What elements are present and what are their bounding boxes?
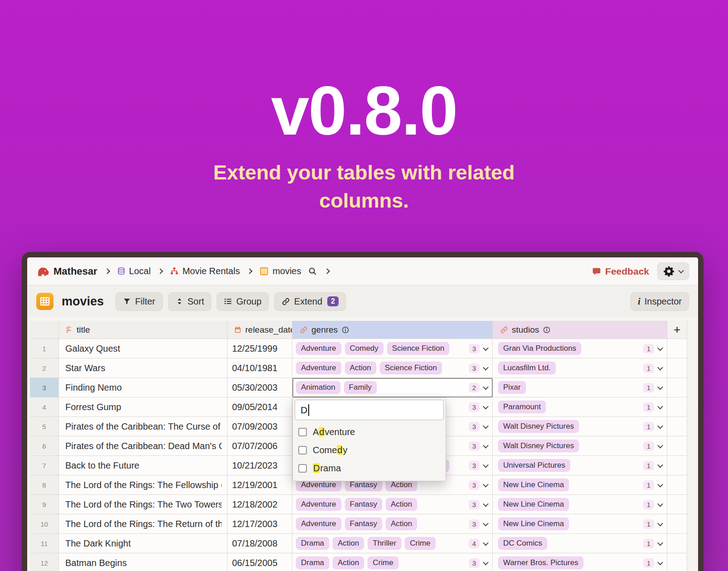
chevron-down-icon[interactable] — [483, 442, 489, 448]
extend-button[interactable]: Extend 2 — [274, 292, 346, 311]
title-cell[interactable]: Back to the Future — [59, 456, 228, 475]
row-number-cell[interactable]: 1 — [30, 339, 59, 358]
studios-cell[interactable]: Universal Pictures1 — [493, 456, 667, 475]
chevron-down-icon[interactable] — [657, 442, 663, 448]
chevron-down-icon[interactable] — [483, 423, 489, 429]
genres-cell[interactable]: AdventureFantasyAction3 — [292, 495, 493, 514]
title-cell[interactable]: The Lord of the Rings: The Return of the… — [59, 514, 228, 534]
info-icon[interactable] — [341, 326, 349, 334]
column-header-studios[interactable]: studios — [493, 321, 667, 339]
studios-cell[interactable]: DC Comics1 — [493, 534, 667, 553]
settings-button[interactable] — [657, 262, 689, 280]
sort-button[interactable]: Sort — [168, 292, 212, 311]
search-icon[interactable] — [308, 266, 317, 276]
release-date-cell[interactable]: 04/10/1981 — [228, 358, 292, 378]
info-icon[interactable] — [543, 326, 551, 334]
row-number-cell[interactable]: 4 — [30, 397, 59, 417]
group-button[interactable]: Group — [217, 292, 269, 311]
release-date-cell[interactable]: 12/18/2002 — [228, 495, 292, 514]
chevron-down-icon[interactable] — [483, 364, 489, 370]
option-comedy[interactable]: Comedy — [298, 441, 440, 459]
chevron-down-icon[interactable] — [483, 481, 489, 487]
release-date-cell[interactable]: 12/25/1999 — [228, 339, 292, 358]
row-number-cell[interactable]: 2 — [30, 358, 59, 378]
studios-cell[interactable]: Walt Disney Pictures1 — [493, 417, 667, 436]
filter-button[interactable]: Filter — [116, 292, 162, 311]
release-date-cell[interactable]: 05/30/2003 — [228, 378, 292, 397]
add-column-button[interactable]: + — [667, 321, 687, 339]
column-header-release-date[interactable]: release_date — [228, 321, 292, 339]
title-cell[interactable]: The Lord of the Rings: The Two Towers — [59, 495, 228, 514]
breadcrumb-database[interactable]: Local — [117, 266, 151, 276]
checkbox-icon[interactable] — [298, 446, 307, 455]
column-header-title[interactable]: title — [59, 321, 228, 339]
release-date-cell[interactable]: 07/09/2003 — [228, 417, 292, 436]
chevron-down-icon[interactable] — [657, 520, 663, 526]
title-cell[interactable]: Star Wars — [59, 358, 228, 378]
release-date-cell[interactable]: 12/19/2001 — [228, 475, 292, 495]
studios-cell[interactable]: Paramount1 — [493, 397, 667, 417]
release-date-cell[interactable]: 07/07/2006 — [228, 436, 292, 456]
chevron-down-icon[interactable] — [483, 384, 489, 390]
chevron-down-icon[interactable] — [483, 403, 489, 409]
row-number-cell[interactable]: 9 — [30, 495, 59, 514]
row-number-cell[interactable]: 3 — [30, 378, 59, 397]
chevron-down-icon[interactable] — [483, 462, 489, 468]
chevron-down-icon[interactable] — [657, 481, 663, 487]
genres-cell[interactable]: AdventureFantasyAction3 — [292, 514, 493, 534]
column-header-genres[interactable]: genres — [292, 321, 493, 339]
studios-cell[interactable]: Pixar1 — [493, 378, 667, 397]
studios-cell[interactable]: Walt Disney Pictures1 — [493, 436, 667, 456]
title-cell[interactable]: Pirates of the Caribbean: The Curse of t… — [59, 417, 228, 436]
studios-cell[interactable]: New Line Cinema1 — [493, 495, 667, 514]
chevron-down-icon[interactable] — [483, 501, 489, 507]
row-number-header[interactable] — [30, 321, 59, 339]
chevron-down-icon[interactable] — [657, 423, 663, 429]
row-number-cell[interactable]: 11 — [30, 534, 59, 553]
chevron-down-icon[interactable] — [657, 501, 663, 507]
title-cell[interactable]: Batman Begins — [59, 553, 228, 571]
title-cell[interactable]: Pirates of the Caribbean: Dead Man's Che… — [59, 436, 228, 456]
chevron-down-icon[interactable] — [483, 540, 489, 546]
chevron-down-icon[interactable] — [483, 345, 489, 351]
genres-cell[interactable]: DramaActionCrime3 — [292, 553, 493, 571]
chevron-down-icon[interactable] — [657, 345, 663, 351]
release-date-cell[interactable]: 12/17/2003 — [228, 514, 292, 534]
release-date-cell[interactable]: 06/15/2005 — [228, 553, 292, 571]
genres-cell[interactable]: AnimationFamily2 — [292, 378, 493, 397]
genres-cell[interactable]: AdventureActionScience Fiction3 — [292, 358, 493, 378]
studios-cell[interactable]: Warner Bros. Pictures1 — [493, 553, 667, 571]
chevron-down-icon[interactable] — [483, 559, 489, 565]
genres-search-input[interactable]: D — [295, 400, 444, 420]
chevron-down-icon[interactable] — [657, 403, 663, 409]
title-cell[interactable]: Forrest Gump — [59, 397, 228, 417]
breadcrumb-table[interactable]: movies — [259, 266, 301, 276]
checkbox-icon[interactable] — [298, 464, 307, 473]
option-adventure[interactable]: Adventure — [298, 423, 440, 441]
breadcrumb-expand-icon[interactable] — [325, 268, 330, 274]
chevron-down-icon[interactable] — [657, 462, 663, 468]
row-number-cell[interactable]: 10 — [30, 514, 59, 534]
chevron-down-icon[interactable] — [657, 384, 663, 390]
row-number-cell[interactable]: 8 — [30, 475, 59, 495]
studios-cell[interactable]: Gran Via Productions1 — [493, 339, 667, 358]
studios-cell[interactable]: Lucasfilm Ltd.1 — [493, 358, 667, 378]
genres-cell[interactable]: AdventureComedyScience Fiction3 — [292, 339, 493, 358]
release-date-cell[interactable]: 07/18/2008 — [228, 534, 292, 553]
title-cell[interactable]: The Dark Knight — [59, 534, 228, 553]
title-cell[interactable]: The Lord of the Rings: The Fellowship of… — [59, 475, 228, 495]
inspector-button[interactable]: i Inspector — [631, 292, 689, 311]
genres-cell[interactable]: DramaActionThrillerCrime4 — [292, 534, 493, 553]
feedback-button[interactable]: Feedback — [592, 266, 649, 277]
release-date-cell[interactable]: 10/21/2023 — [228, 456, 292, 475]
brand-link[interactable]: Mathesar — [36, 265, 97, 278]
row-number-cell[interactable]: 12 — [30, 553, 59, 571]
chevron-down-icon[interactable] — [483, 520, 489, 526]
release-date-cell[interactable]: 09/05/2014 — [228, 397, 292, 417]
title-cell[interactable]: Finding Nemo — [59, 378, 228, 397]
chevron-down-icon[interactable] — [657, 559, 663, 565]
breadcrumb-schema[interactable]: Movie Rentals — [170, 266, 240, 276]
checkbox-icon[interactable] — [298, 428, 307, 436]
row-number-cell[interactable]: 6 — [30, 436, 59, 456]
row-number-cell[interactable]: 5 — [30, 417, 59, 436]
